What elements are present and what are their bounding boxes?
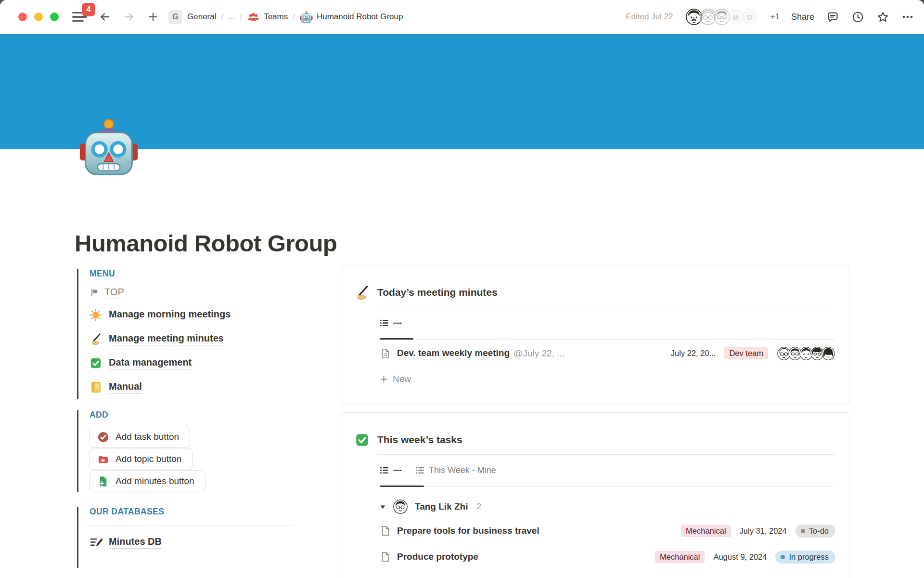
- updates-button[interactable]: [851, 10, 864, 24]
- task-title: Prepare tools for business travel: [397, 525, 539, 536]
- status-label: To-do: [809, 526, 829, 536]
- date-mention: @July 22, ...: [513, 348, 565, 359]
- more-options-button[interactable]: [901, 10, 914, 24]
- meeting-date: July 22, 20...: [671, 349, 716, 358]
- task-row[interactable]: Produce prototype Mechanical August 9, 2…: [380, 544, 835, 570]
- tasks-card-header: This week’s tasks: [355, 425, 835, 454]
- group-name: Tang Lik Zhi: [415, 501, 468, 512]
- view-tab-label: ---: [393, 465, 402, 475]
- breadcrumb-current-page[interactable]: Humanoid Robot Group: [300, 11, 403, 24]
- meeting-row[interactable]: Dev. team weekly meeting @July 22, ... J…: [380, 340, 835, 367]
- favorite-button[interactable]: [876, 10, 889, 24]
- compose-icon: [90, 536, 103, 549]
- close-button[interactable]: [18, 13, 27, 21]
- databases-heading: OUR DATABASES: [90, 507, 308, 517]
- sidebar-toggle-button[interactable]: 4: [71, 9, 88, 25]
- breadcrumb-teams-label: Teams: [264, 12, 288, 22]
- folder-plus-icon: [97, 453, 109, 465]
- page-icon: [380, 525, 391, 537]
- status-label: In progress: [789, 552, 829, 562]
- menu-link-manual[interactable]: Manual: [90, 375, 308, 399]
- page-cover: [0, 34, 924, 149]
- ledger-icon: [90, 381, 102, 394]
- menu-link-morning-meetings[interactable]: Manage morning meetings: [90, 303, 308, 327]
- status-dot: [801, 529, 805, 533]
- arrow-right-icon: [123, 11, 135, 23]
- arrow-left-icon: [99, 11, 111, 23]
- tab-underline: [377, 486, 835, 487]
- team-tag: Dev team: [724, 347, 768, 359]
- breadcrumb-ellipsis[interactable]: ...: [228, 12, 235, 22]
- category-tag: Mechanical: [681, 525, 731, 537]
- menu-link-label: Data management: [109, 357, 192, 369]
- left-column: MENU TOP Manage morning meetings Manage …: [77, 268, 308, 568]
- forward-button[interactable]: [122, 10, 136, 24]
- view-tab-this-week-mine[interactable]: This Week - Mine: [415, 465, 496, 475]
- divider: [90, 525, 293, 526]
- menu-link-meeting-minutes[interactable]: Manage meeting minutes: [90, 327, 308, 351]
- page-icon: [380, 551, 391, 563]
- category-tag: Mechanical: [655, 551, 705, 563]
- task-title: Produce prototype: [397, 552, 478, 562]
- share-button[interactable]: Share: [791, 12, 814, 22]
- group-header-row[interactable]: Tang Lik Zhi 2: [380, 496, 835, 518]
- list-view-icon: [380, 318, 389, 328]
- back-button[interactable]: [98, 10, 112, 24]
- task-row[interactable]: Prepare tools for business travel Mechan…: [380, 518, 835, 544]
- menu-link-top-label: TOP: [104, 287, 124, 299]
- tab-underline: [377, 338, 835, 340]
- tasks-view-tabs: --- This Week - Mine: [380, 455, 835, 486]
- page-icon: [380, 348, 391, 359]
- status-badge: In progress: [775, 551, 835, 564]
- group-count: 2: [476, 502, 481, 512]
- doc-plus-icon: [97, 475, 109, 487]
- breadcrumb-separator: /: [221, 12, 223, 22]
- breadcrumb-general[interactable]: General: [187, 12, 216, 22]
- check-box-icon: [90, 357, 102, 369]
- new-meeting-button[interactable]: New: [380, 367, 835, 391]
- edited-timestamp[interactable]: Edited Jul 22: [626, 12, 673, 22]
- minutes-card: Today’s meeting minutes --- Dev. team we…: [341, 265, 849, 404]
- task-properties: Mechanical July 31, 2024 To-do: [681, 525, 835, 538]
- add-heading: ADD: [90, 410, 308, 420]
- plus-icon: [380, 375, 388, 383]
- due-date: July 31, 2024: [740, 526, 787, 536]
- breadcrumb-page-label: Humanoid Robot Group: [317, 12, 403, 22]
- breadcrumb: G General / ... / Teams /: [168, 10, 403, 24]
- comments-button[interactable]: [826, 10, 839, 24]
- new-tab-button[interactable]: [146, 10, 160, 24]
- tasks-card-title: This week’s tasks: [377, 434, 462, 446]
- minimize-button[interactable]: [34, 13, 43, 21]
- due-date: August 9, 2024: [713, 552, 767, 562]
- more-collaborators[interactable]: +1: [770, 12, 780, 22]
- robot-icon: [300, 11, 313, 24]
- view-tab-default[interactable]: ---: [380, 465, 402, 475]
- view-tab-label: ---: [393, 318, 402, 328]
- menu-link-label: Manage meeting minutes: [109, 333, 224, 345]
- writing-hand-icon: [355, 285, 370, 300]
- comment-icon: [826, 11, 839, 24]
- menu-link-data-management[interactable]: Data management: [90, 351, 308, 375]
- menu-section: MENU TOP Manage morning meetings Manage …: [77, 269, 308, 399]
- workspace-badge[interactable]: G: [168, 10, 182, 24]
- attendee-avatars: [777, 346, 835, 361]
- add-minutes-button[interactable]: Add minutes button: [90, 470, 205, 492]
- list-view-icon: [380, 466, 389, 475]
- breadcrumb-teams[interactable]: Teams: [247, 11, 288, 24]
- breadcrumb-separator: /: [293, 12, 295, 22]
- collaborator-avatar-stack[interactable]: M D: [685, 8, 759, 26]
- robot-icon: [79, 118, 139, 178]
- notification-badge: 4: [82, 3, 95, 16]
- view-tab-default[interactable]: ---: [380, 318, 402, 328]
- new-button-label: New: [393, 374, 411, 384]
- database-link-minutes-db[interactable]: Minutes DB: [90, 536, 308, 549]
- list-view-icon: [415, 466, 424, 475]
- collapse-caret-icon[interactable]: [380, 504, 386, 510]
- page-title: Humanoid Robot Group: [75, 230, 337, 257]
- menu-link-top[interactable]: TOP: [90, 283, 308, 303]
- add-task-button[interactable]: Add task button: [90, 426, 190, 448]
- zoom-button[interactable]: [50, 13, 59, 21]
- page-icon-robot[interactable]: [79, 118, 139, 178]
- ellipsis-icon: [901, 10, 914, 24]
- add-topic-button[interactable]: Add topic button: [90, 448, 192, 470]
